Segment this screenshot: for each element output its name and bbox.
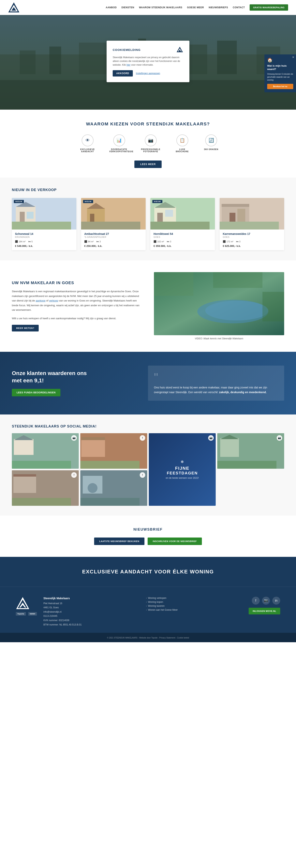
widget-close-icon[interactable]: ✕: [292, 56, 294, 59]
cookie-banner: COOKIEMELDING Steendijk Makelaars respec…: [107, 41, 189, 82]
cookie-settings-link[interactable]: Instellingen aanpassen: [136, 72, 160, 75]
logo-area[interactable]: [8, 2, 20, 13]
property-card-3[interactable]: NIEUW Horniktswei 54 GOES ⬛ 102 m² 🛏 3 €…: [150, 198, 215, 250]
why-label-fotografie: PROFESSIONELE FOTOGRAFIE: [141, 148, 160, 153]
rating-section: Onze klanten waarderen onsmet een 9,1! L…: [0, 352, 296, 414]
hero-section: COOKIEMELDING Steendijk Makelaars respec…: [0, 15, 296, 110]
newsletter-view-button[interactable]: LAATSTE NIEUWSBRIEF BEKIJKEN: [94, 537, 144, 545]
svg-rect-48: [12, 461, 71, 469]
nav-nieuwsbriefs[interactable]: NIEUWSBRIEFS: [209, 6, 228, 9]
house-value-widget: ✕ 🏠 Wat is mijn huis waard? Ontvang binn…: [264, 55, 296, 92]
nvm-aankoop-link[interactable]: aankoop: [36, 299, 46, 302]
social-item-6[interactable]: f: [80, 470, 147, 506]
newsletter-subscribe-button[interactable]: INSCHRIJVEN VOOR DE NIEUWSBRIEF: [148, 537, 202, 545]
property-card-1[interactable]: NIEUW Schonewal 14 KRUININGEN ⬛ 184 m² 🛏…: [12, 198, 77, 250]
footer-instagram-icon[interactable]: 📷: [262, 597, 270, 604]
nvm-section: UW NVM MAKELAAR IN GOES Steendijk Makela…: [0, 260, 296, 352]
footer-link-kopen[interactable]: Woning kopen: [146, 600, 237, 603]
svg-rect-36: [219, 222, 279, 229]
special-text3: en de beste wensen voor 2022!: [166, 476, 199, 479]
property-img-4: [219, 198, 284, 229]
nvm-meer-weten-button[interactable]: MEER WETEN?: [12, 325, 39, 332]
svg-rect-38: [237, 209, 245, 222]
widget-bereken-button[interactable]: Bereken het nu: [267, 84, 293, 89]
inloggen-button[interactable]: INLOGGEN MOVE.NL: [249, 608, 280, 614]
footer-social: f 📷 in INLOGGEN MOVE.NL: [249, 597, 280, 614]
video-thumbnail[interactable]: [154, 272, 284, 335]
property-details-4: ⬛ 172 m² 🛏 3: [223, 240, 281, 243]
property-rooms-1: 🛏 5: [28, 240, 33, 243]
video-caption: VIDEO: Maak kennis met Steendijk Makelaa…: [154, 337, 284, 340]
property-card-4[interactable]: Karremansweides 17 GOES ⬛ 172 m² 🛏 3 € 6…: [219, 198, 284, 250]
property-info-1: Schonewal 14 KRUININGEN ⬛ 184 m² 🛏 5 € 5…: [12, 229, 77, 250]
nav-waarom[interactable]: WAAROM STEENDIJK MAKELAARS: [139, 6, 182, 9]
social-item-2[interactable]: f: [80, 433, 147, 469]
footer-email-link[interactable]: info@steendijk.nl: [43, 611, 62, 613]
footer-btw: BTW nummer: NL 8551.40.513.B.01: [43, 623, 134, 627]
cookie-banner-header: COOKIEMELDING: [113, 46, 183, 53]
property-details-3: ⬛ 102 m² 🛏 3: [153, 240, 212, 243]
svg-rect-46: [14, 439, 34, 455]
why-item-exclusieve: 👁 EXCLUSIEVE AANDACHT: [78, 134, 97, 153]
nav-contact[interactable]: CONTACT: [233, 6, 245, 9]
social-item-4[interactable]: 📷: [217, 433, 284, 469]
social-item-special[interactable]: ❄ FIJNE FEESTDAGEN en de beste wensen vo…: [149, 433, 216, 506]
property-card-2[interactable]: NIEUW Ambachtsstraat 27 'S-GRAVENPOLDER …: [81, 198, 146, 250]
social-item-5[interactable]: f: [12, 470, 79, 506]
why-lees-meer-button[interactable]: LEES MEER: [135, 160, 161, 168]
nav-aanbod[interactable]: AANBOD: [106, 6, 117, 9]
footer-linkedin-icon[interactable]: in: [272, 597, 280, 604]
cert-nwwi: NWWI: [28, 612, 37, 616]
footer-link-taxeren[interactable]: Woning taxeren: [146, 604, 237, 607]
cookie-actions: AKKOORD Instellingen aanpassen: [113, 70, 183, 76]
facebook-icon-3: f: [140, 472, 145, 478]
properties-grid: NIEUW Schonewal 14 KRUININGEN ⬛ 184 m² 🛏…: [12, 198, 284, 250]
instagram-icon-1: 📷: [71, 435, 77, 441]
funda-reviews-button[interactable]: LEES FUNDA BEOORDELINGEN: [12, 389, 60, 396]
svg-rect-42: [154, 272, 194, 296]
why-label-exclusieve: EXCLUSIEVE AANDACHT: [78, 148, 97, 153]
nvm-desc-2: Wilt u uw huis verkopen of heeft u een a…: [12, 316, 142, 321]
svg-rect-25: [90, 214, 94, 222]
property-badge-1: NIEUW: [14, 200, 24, 203]
footer-link-goese-meer[interactable]: Wonen aan het Goese Meer: [146, 609, 237, 611]
special-text1: FIJNE: [175, 466, 189, 471]
property-address-3: Horniktswei 54: [153, 232, 212, 236]
svg-rect-52: [80, 461, 140, 469]
nav-diensten[interactable]: DIENSTEN: [121, 6, 134, 9]
property-city-3: GOES: [153, 236, 212, 238]
widget-desc: Ontvang binnen 5 minuten de geschatte wa…: [267, 72, 293, 82]
property-size-2: ⬛ 84 m²: [84, 240, 93, 243]
nav-goese-meer[interactable]: GOESE MEER: [187, 6, 204, 9]
property-img-1: NIEUW: [12, 198, 77, 229]
property-price-3: € 359.500,- k.k.: [153, 245, 212, 247]
social-title: STEENDIJK MAKELAARS OP SOCIAL MEDIA!: [12, 424, 284, 429]
header: AANBOD DIENSTEN WAAROM STEENDIJK MAKELAA…: [0, 0, 296, 15]
svg-rect-43: [213, 272, 262, 288]
facebook-icon-1: f: [140, 435, 145, 441]
cookie-akkoord-button[interactable]: AKKOORD: [113, 70, 133, 76]
nav-cta-button[interactable]: GRATIS WAARDEBEPALING: [249, 4, 288, 11]
svg-point-41: [205, 301, 268, 320]
footer-facebook-icon[interactable]: f: [252, 597, 260, 604]
property-size-1: ⬛ 184 m²: [15, 240, 26, 243]
property-image-4: [219, 198, 284, 229]
svg-rect-19: [20, 212, 25, 222]
verkoop-title: NIEUW IN DE VERKOOP: [12, 188, 284, 192]
why-item-360: 🔄 360 GRADEN: [204, 134, 218, 153]
footer-certifications: Topsite NWWI: [16, 612, 32, 616]
social-item-1[interactable]: 📷: [12, 433, 79, 469]
cookie-more-link[interactable]: hier: [126, 63, 130, 66]
footer-logo-icon: [16, 597, 30, 610]
footer-company-name: Steendijk Makelaars: [43, 597, 134, 600]
nvm-desc-1: Steendijk Makelaars is een regionaal mak…: [12, 289, 142, 312]
footer-link-verkopen[interactable]: Woning verkopen: [146, 597, 237, 599]
svg-rect-59: [13, 474, 36, 476]
svg-point-64: [88, 483, 97, 493]
nvm-verkoop-link[interactable]: verkoop: [49, 299, 58, 302]
svg-rect-31: [165, 210, 173, 217]
exclusieve-icon: 👁: [82, 134, 93, 146]
why-section: WAAROM KIEZEN VOOR STEENDIJK MAKELAARS? …: [0, 110, 296, 178]
footer-logo: Topsite NWWI: [16, 597, 32, 616]
svg-rect-21: [12, 222, 71, 229]
